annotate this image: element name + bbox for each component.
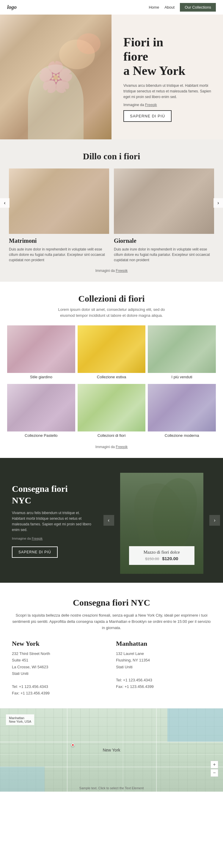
location-new-york: New York 232 Third Street North Suite 45… <box>12 640 107 696</box>
carousel-item-giornale: Giornale Duis aute irure dolor in repreh… <box>114 168 214 263</box>
section-dillo: Dillo con i fiori ‹ Matrimoni Duis aute … <box>0 140 223 282</box>
hero-image-placeholder <box>0 14 111 140</box>
dillo-credit: Immagini da Freepik <box>0 269 223 273</box>
location-manhattan-city: Manhattan <box>116 640 211 648</box>
collezioni-grid-bottom: Collezione Pastello Collezioni di fiori … <box>7 384 216 440</box>
hero-section: Fiori in fiore a New York Vivamus arcu b… <box>0 14 223 140</box>
hero-image <box>0 14 111 140</box>
info-intro: Scopri la squisita bellezza delle nostre… <box>12 613 211 631</box>
collezioni-title: Collezioni di fiori <box>7 293 216 304</box>
location-ny-city: New York <box>12 640 107 648</box>
carousel-title-giornale: Giornale <box>114 238 214 244</box>
map-zoom-out-button[interactable]: − <box>211 769 218 777</box>
grid-image-fiori2 <box>78 384 146 432</box>
dark-title: Consegna fiori NYC <box>12 483 91 506</box>
hero-credit-link[interactable]: Freepik <box>145 103 157 107</box>
dark-cta-button[interactable]: SAPERNE DI PIÙ <box>12 547 58 558</box>
map-section: New York ManhattanNew York, USA + − Samp… <box>0 708 223 792</box>
product-pricing: $150.00 $120.00 <box>135 556 189 561</box>
dark-credit: Immagine da Freepik <box>12 536 91 541</box>
hero-title: Fiori in fiore a New York <box>123 35 214 78</box>
dillo-credit-link[interactable]: Freepik <box>116 269 128 273</box>
map-zoom-controls: + − <box>211 761 218 777</box>
carousel-items: Matrimoni Duis aute irure dolor in repre… <box>9 168 214 263</box>
carousel-arrow-right[interactable]: › <box>214 198 223 208</box>
grid-item-pastello[interactable]: Collezione Pastello <box>7 384 75 440</box>
collezioni-grid-top: Stile giardino Collezione estiva I più v… <box>7 326 216 381</box>
dillo-title: Dillo con i fiori <box>0 151 223 161</box>
grid-item-venduti[interactable]: I più venduti <box>148 326 216 381</box>
section-collezioni: Collezioni di fiori Lorem ipsum dolor si… <box>0 282 223 458</box>
hero-description: Vivamus arcu bibendum ut tristique et. H… <box>123 83 214 100</box>
navbar: logo Home About Our Collections <box>0 0 223 14</box>
map-info-box: ManhattanNew York, USA <box>6 714 34 725</box>
grid-item-stile[interactable]: Stile giardino <box>7 326 75 381</box>
grid-item-moderna[interactable]: Collezione moderna <box>148 384 216 440</box>
location-manhattan: Manhattan 132 Laurel Lane Flushing, NY 1… <box>116 640 211 696</box>
carousel-image-giornale <box>114 168 214 234</box>
hero-credit: Immagine da Freepik <box>123 102 214 108</box>
dark-description: Vivamus arcu felis bibendum ut tristique… <box>12 510 91 533</box>
product-new-price: $120.00 <box>162 556 178 561</box>
dark-arrow-right[interactable]: › <box>209 515 220 526</box>
logo: logo <box>7 4 17 10</box>
carousel-container: ‹ Matrimoni Duis aute irure dolor in rep… <box>0 168 223 263</box>
collezioni-credit: Immagini da Freepik <box>7 445 216 449</box>
location-ny-address: 232 Third Street North Suite 451 La Cros… <box>12 650 107 696</box>
dark-arrow-left[interactable]: ‹ <box>104 515 114 526</box>
grid-label-moderna: Collezione moderna <box>148 433 216 438</box>
dark-credit-link[interactable]: Freepik <box>32 537 43 540</box>
carousel-item-matrimoni: Matrimoni Duis aute irure dolor in repre… <box>9 168 109 263</box>
map-credit: Sample text. Click to select the Text El… <box>0 786 223 790</box>
section-info: Consegna fiori NYC Scopri la squisita be… <box>0 583 223 708</box>
grid-label-stile: Stile giardino <box>7 375 75 379</box>
section-dark: Consegna fiori NYC Vivamus arcu felis bi… <box>0 458 223 583</box>
grid-label-estiva: Collezione estiva <box>78 375 146 379</box>
grid-label-fiori2: Collezioni di fiori <box>78 433 146 438</box>
grid-image-pastello <box>7 384 75 432</box>
location-manhattan-address: 132 Laurel Lane Flushing, NY 11354 Stati… <box>116 650 211 690</box>
grid-image-moderna <box>148 384 216 432</box>
grid-label-pastello: Collezione Pastello <box>7 433 75 438</box>
nav-home[interactable]: Home <box>149 5 159 9</box>
map-placeholder: New York ManhattanNew York, USA + − Samp… <box>0 708 223 792</box>
grid-item-estiva[interactable]: Collezione estiva <box>78 326 146 381</box>
nav-about[interactable]: About <box>164 5 174 9</box>
dark-content: Consegna fiori NYC Vivamus arcu felis bi… <box>0 458 101 583</box>
product-title: Mazzo di fiori dolce <box>135 550 189 555</box>
nav-collections-button[interactable]: Our Collections <box>180 3 216 11</box>
product-card: Mazzo di fiori dolce $150.00 $120.00 <box>129 546 194 565</box>
carousel-desc-matrimoni: Duis aute irure dolor in reprehenderit i… <box>9 247 109 263</box>
grid-image-stile <box>7 326 75 373</box>
grid-item-fiori2[interactable]: Collezioni di fiori <box>78 384 146 440</box>
map-pin <box>72 743 74 746</box>
hero-cta-button[interactable]: SAPERNE DI PIÙ <box>123 110 172 122</box>
dark-carousel: ‹ Mazzo di fiori dolce $150.00 $120.00 › <box>101 458 223 583</box>
carousel-desc-giornale: Duis aute irure dolor in reprehenderit i… <box>114 247 214 263</box>
hero-content: Fiori in fiore a New York Vivamus arcu b… <box>111 14 223 140</box>
carousel-image-matrimoni <box>9 168 109 234</box>
carousel-arrow-left[interactable]: ‹ <box>0 198 9 208</box>
carousel-title-matrimoni: Matrimoni <box>9 238 109 244</box>
collezioni-subtitle: Lorem ipsum dolor sit amet, consectetur … <box>52 307 171 318</box>
product-old-price: $150.00 <box>145 557 159 561</box>
nav-links: Home About Our Collections <box>149 3 216 11</box>
collezioni-credit-link[interactable]: Freepik <box>116 445 128 449</box>
locations: New York 232 Third Street North Suite 45… <box>12 640 211 696</box>
info-title: Consegna fiori NYC <box>12 597 211 608</box>
map-zoom-in-button[interactable]: + <box>211 761 218 769</box>
map-label: New York <box>103 748 120 752</box>
grid-label-venduti: I più venduti <box>148 375 216 379</box>
grid-image-estiva <box>78 326 146 373</box>
grid-image-venduti <box>148 326 216 373</box>
